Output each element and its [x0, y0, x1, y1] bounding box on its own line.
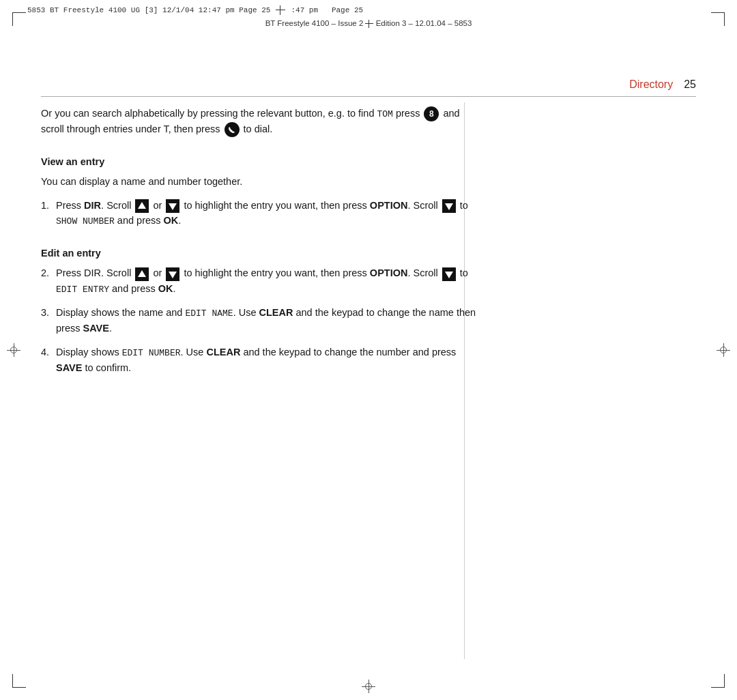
header-time: :47 pm Page 25 [291, 6, 363, 14]
section-edit-heading: Edit an entry [41, 248, 478, 259]
header-crosshair [276, 5, 285, 15]
center-mark-right [717, 343, 730, 357]
list-number-3: 3. [41, 305, 56, 320]
header-subtitle: BT Freestyle 4100 – Issue 2 Edition 3 – … [27, 18, 710, 28]
section-view-heading: View an entry [41, 156, 478, 167]
list-content-1: Press DIR. Scroll or to highlight the en… [56, 198, 478, 229]
icon-phone-button [225, 122, 240, 137]
page-number: 25 [684, 78, 696, 91]
list-item-4: 4. Display shows EDIT NUMBER. Use CLEAR … [41, 345, 478, 376]
intro-paragraph: Or you can search alphabetically by pres… [41, 106, 478, 137]
page-container: 5853 BT Freestyle 4100 UG [3] 12/1/04 12… [0, 0, 737, 700]
main-content: Or you can search alphabetically by pres… [41, 106, 478, 659]
list-content-2: Press DIR. Scroll or to highlight the en… [56, 265, 478, 297]
section-edit-entry: Edit an entry 2. Press DIR. Scroll or [41, 248, 478, 375]
list-item-1: 1. Press DIR. Scroll or to highlight the [41, 198, 478, 229]
icon-8-button: 8 [424, 106, 439, 121]
page-header-area: 5853 BT Freestyle 4100 UG [3] 12/1/04 12… [0, 0, 737, 55]
list-number-1: 1. [41, 198, 56, 213]
page-title-bar: Directory 25 [41, 78, 696, 97]
section-view-list: 1. Press DIR. Scroll or to highlight the [41, 198, 478, 229]
scroll-up-icon-1 [135, 199, 149, 213]
page-title: Directory [629, 78, 673, 91]
list-number-2: 2. [41, 265, 56, 280]
scroll-down-icon-1 [166, 199, 179, 213]
list-content-3: Display shows the name and EDIT NAME. Us… [56, 305, 478, 336]
list-item-2: 2. Press DIR. Scroll or to highlight the [41, 265, 478, 297]
section-view-description: You can display a name and number togeth… [41, 174, 478, 189]
section-edit-list: 2. Press DIR. Scroll or to highlight the [41, 265, 478, 375]
scroll-down-icon-3 [166, 267, 179, 281]
corner-mark-br [711, 674, 725, 688]
section-view-entry: View an entry You can display a name and… [41, 156, 478, 229]
scroll-up-icon-2 [135, 267, 149, 281]
list-content-4: Display shows EDIT NUMBER. Use CLEAR and… [56, 345, 478, 376]
corner-mark-bl [12, 674, 26, 688]
intro-text-3: to dial. [244, 123, 273, 134]
list-number-4: 4. [41, 345, 56, 360]
header-file-info: 5853 BT Freestyle 4100 UG [3] 12/1/04 12… [27, 6, 270, 14]
scroll-down-icon-4 [442, 267, 456, 281]
intro-text-1: Or you can search alphabetically by pres… [41, 108, 422, 119]
center-mark-left [7, 343, 20, 357]
scroll-down-icon-2 [442, 199, 456, 213]
center-mark-bottom [362, 680, 375, 693]
header-top-line: 5853 BT Freestyle 4100 UG [3] 12/1/04 12… [27, 5, 710, 15]
list-item-3: 3. Display shows the name and EDIT NAME.… [41, 305, 478, 336]
